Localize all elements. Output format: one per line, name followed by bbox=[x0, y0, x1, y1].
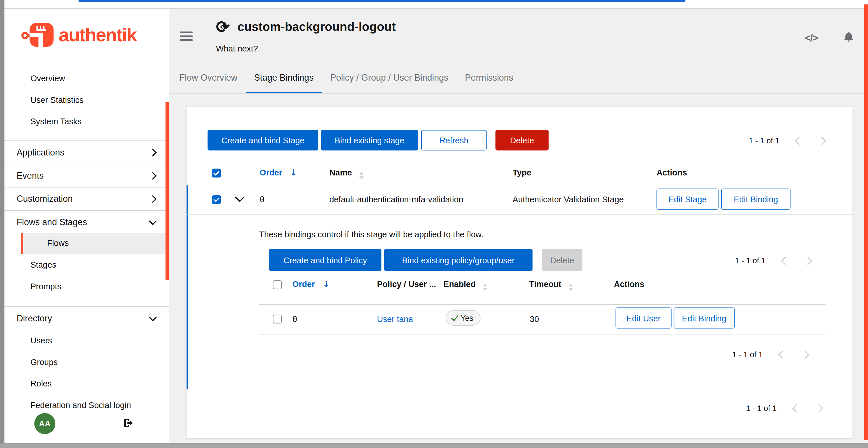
next-page-icon[interactable] bbox=[801, 350, 810, 359]
flow-process-icon: ⟳ ⚙ bbox=[216, 20, 231, 34]
table-header-divider bbox=[187, 185, 852, 185]
sidebar-section-flows-and-stages[interactable]: Flows and Stages bbox=[4, 210, 169, 233]
sidebar-section-events[interactable]: Events bbox=[4, 164, 169, 187]
column-header-type: Type bbox=[513, 168, 531, 177]
policy-row-checkbox[interactable] bbox=[273, 315, 282, 324]
sidebar-item-user-statistics[interactable]: User Statistics bbox=[4, 89, 169, 111]
sort-descending-icon: ↓ bbox=[322, 279, 330, 289]
policy-row-user-link[interactable]: User tana bbox=[377, 314, 413, 324]
chevron-right-icon bbox=[149, 172, 157, 179]
row-name-value: default-authentication-mfa-validation bbox=[329, 195, 463, 204]
row-divider bbox=[187, 214, 852, 214]
sort-icon bbox=[483, 284, 487, 291]
sidebar-section-directory[interactable]: Directory bbox=[4, 306, 169, 330]
sort-descending-icon: ↓ bbox=[290, 168, 297, 177]
policy-pagination-bottom: 1 - 1 of 1 bbox=[732, 350, 808, 359]
column-header-order[interactable]: Order↓ bbox=[292, 279, 330, 289]
sidebar: authentik Overview User Statistics Syste… bbox=[4, 9, 169, 443]
check-icon bbox=[451, 313, 458, 321]
tab-policy-group-user-bindings[interactable]: Policy / Group / User Bindings bbox=[322, 64, 457, 93]
previous-page-icon[interactable] bbox=[781, 256, 789, 265]
sidebar-item-users[interactable]: Users bbox=[4, 330, 169, 351]
pagination-label: 1 - 1 of 1 bbox=[735, 256, 766, 265]
column-header-order[interactable]: Order↓ bbox=[259, 168, 297, 177]
sidebar-section-applications[interactable]: Applications bbox=[4, 140, 169, 164]
next-page-icon[interactable] bbox=[804, 256, 812, 265]
edit-user-button[interactable]: Edit User bbox=[616, 308, 672, 329]
sidebar-item-system-tasks[interactable]: System Tasks bbox=[4, 111, 169, 132]
tab-bar: Flow Overview Stage Bindings Policy / Gr… bbox=[169, 64, 868, 94]
sidebar-item-groups[interactable]: Groups bbox=[4, 351, 169, 373]
chevron-down-icon bbox=[149, 217, 157, 225]
expanded-section-divider bbox=[187, 389, 852, 389]
sidebar-item-roles[interactable]: Roles bbox=[4, 373, 169, 394]
tab-stage-bindings[interactable]: Stage Bindings bbox=[246, 64, 322, 93]
sidebar-item-flows[interactable]: Flows bbox=[21, 233, 183, 254]
main-content: ⟳ ⚙ custom-background-logout What next? … bbox=[169, 9, 868, 444]
avatar[interactable]: AA bbox=[34, 413, 56, 434]
tab-permissions[interactable]: Permissions bbox=[457, 64, 521, 93]
edit-binding-button[interactable]: Edit Binding bbox=[674, 308, 734, 329]
page-scrollbar[interactable] bbox=[864, 4, 868, 440]
bindings-description: These bindings control if this stage wil… bbox=[259, 230, 483, 239]
app-window: authentik Overview User Statistics Syste… bbox=[0, 0, 868, 448]
column-header-name[interactable]: Name bbox=[329, 168, 363, 179]
stage-toolbar: Create and bind Stage Bind existing stag… bbox=[208, 130, 549, 150]
chevron-right-icon bbox=[149, 148, 157, 157]
previous-page-icon[interactable] bbox=[778, 350, 787, 359]
selected-row-indicator bbox=[187, 185, 188, 389]
stage-bindings-card: Create and bind Stage Bind existing stag… bbox=[187, 107, 852, 438]
sidebar-footer: AA bbox=[4, 412, 169, 437]
row-expand-chevron-icon[interactable] bbox=[235, 193, 244, 202]
logout-icon[interactable] bbox=[123, 418, 134, 428]
bind-existing-stage-button[interactable]: Bind existing stage bbox=[321, 130, 418, 150]
chevron-right-icon bbox=[149, 195, 157, 203]
screenshot-root: authentik Overview User Statistics Syste… bbox=[0, 0, 868, 448]
sort-icon bbox=[359, 172, 363, 179]
sidebar-section-customization[interactable]: Customization bbox=[4, 187, 169, 210]
policy-delete-button[interactable]: Delete bbox=[542, 249, 582, 271]
sidebar-toggle-button[interactable] bbox=[180, 32, 193, 41]
sidebar-item-stages[interactable]: Stages bbox=[4, 254, 169, 275]
create-and-bind-stage-button[interactable]: Create and bind Stage bbox=[208, 130, 318, 150]
authentik-logo[interactable]: authentik bbox=[21, 21, 136, 49]
stage-pagination-bottom: 1 - 1 of 1 bbox=[746, 404, 822, 413]
api-drawer-icon[interactable]: </> bbox=[805, 33, 818, 44]
edit-stage-button[interactable]: Edit Stage bbox=[656, 188, 718, 210]
page-subtitle: What next? bbox=[216, 44, 258, 53]
row-checkbox[interactable] bbox=[212, 195, 221, 204]
policy-toolbar: Create and bind Policy Bind existing pol… bbox=[269, 249, 582, 271]
policy-select-all-checkbox[interactable] bbox=[273, 280, 282, 289]
column-header-timeout[interactable]: Timeout bbox=[529, 279, 573, 291]
sidebar-item-prompts[interactable]: Prompts bbox=[4, 275, 169, 297]
column-header-actions: Actions bbox=[656, 168, 687, 177]
refresh-button[interactable]: Refresh bbox=[421, 130, 487, 150]
brand-wordmark: authentik bbox=[59, 24, 136, 46]
edit-binding-button[interactable]: Edit Binding bbox=[721, 188, 790, 210]
window-bottom-border bbox=[0, 443, 868, 448]
select-all-checkbox[interactable] bbox=[212, 169, 221, 178]
bind-existing-policy-button[interactable]: Bind existing policy/group/user bbox=[384, 249, 533, 271]
notifications-bell-icon[interactable] bbox=[842, 31, 855, 43]
row-type-value: Authenticator Validation Stage bbox=[513, 195, 624, 204]
row-order-value: 0 bbox=[259, 195, 265, 204]
column-header-enabled[interactable]: Enabled bbox=[443, 279, 488, 291]
next-page-icon[interactable] bbox=[815, 404, 824, 412]
page-title: custom-background-logout bbox=[238, 20, 396, 34]
previous-page-icon[interactable] bbox=[792, 404, 801, 412]
sort-icon bbox=[568, 284, 573, 291]
policy-pagination-top: 1 - 1 of 1 bbox=[735, 256, 811, 265]
tab-flow-overview[interactable]: Flow Overview bbox=[171, 64, 246, 93]
sidebar-item-overview[interactable]: Overview bbox=[4, 67, 169, 89]
stage-pagination-top: 1 - 1 of 1 bbox=[749, 136, 825, 145]
window-left-border bbox=[0, 0, 4, 448]
pagination-label: 1 - 1 of 1 bbox=[746, 404, 777, 413]
browser-accent-bar bbox=[79, 0, 685, 2]
previous-page-icon[interactable] bbox=[795, 136, 804, 145]
policy-bindings-table: Order↓ Policy / User ... Enabled Timeout… bbox=[259, 279, 825, 335]
delete-button[interactable]: Delete bbox=[495, 130, 549, 150]
sidebar-scrollbar[interactable] bbox=[165, 102, 169, 280]
create-and-bind-policy-button[interactable]: Create and bind Policy bbox=[269, 249, 381, 271]
next-page-icon[interactable] bbox=[817, 136, 826, 145]
pagination-label: 1 - 1 of 1 bbox=[749, 136, 779, 145]
